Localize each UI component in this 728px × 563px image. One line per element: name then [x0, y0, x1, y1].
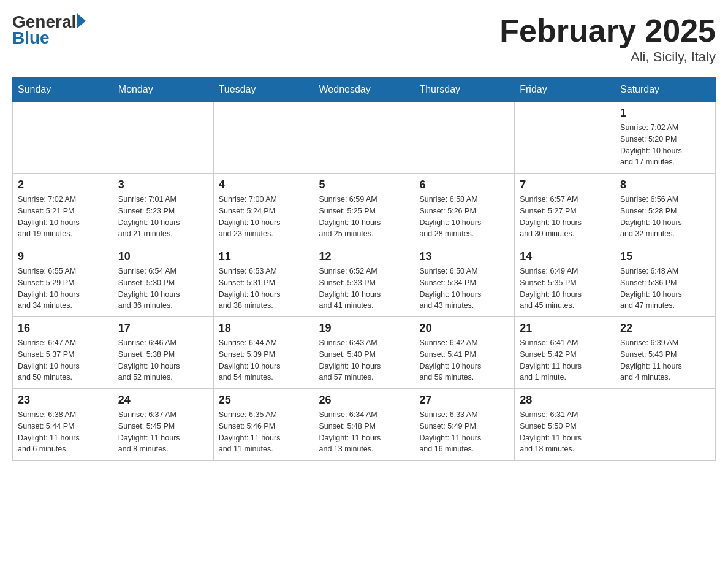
calendar-cell — [13, 102, 113, 174]
calendar-cell: 10Sunrise: 6:54 AM Sunset: 5:30 PM Dayli… — [113, 245, 213, 317]
day-info: Sunrise: 6:47 AM Sunset: 5:37 PM Dayligh… — [18, 337, 108, 383]
day-info: Sunrise: 6:53 AM Sunset: 5:31 PM Dayligh… — [219, 266, 309, 312]
day-number: 11 — [219, 250, 309, 263]
calendar-cell — [113, 102, 213, 174]
calendar-cell: 11Sunrise: 6:53 AM Sunset: 5:31 PM Dayli… — [213, 245, 314, 317]
calendar-cell: 20Sunrise: 6:42 AM Sunset: 5:41 PM Dayli… — [414, 317, 515, 389]
calendar-cell: 16Sunrise: 6:47 AM Sunset: 5:37 PM Dayli… — [13, 317, 113, 389]
calendar-cell: 26Sunrise: 6:34 AM Sunset: 5:48 PM Dayli… — [314, 389, 414, 461]
day-info: Sunrise: 6:56 AM Sunset: 5:28 PM Dayligh… — [620, 194, 710, 240]
day-number: 7 — [520, 178, 610, 191]
day-number: 23 — [18, 394, 108, 407]
day-info: Sunrise: 6:46 AM Sunset: 5:38 PM Dayligh… — [118, 337, 208, 383]
day-number: 4 — [219, 178, 309, 191]
day-info: Sunrise: 6:38 AM Sunset: 5:44 PM Dayligh… — [18, 409, 108, 455]
day-number: 21 — [520, 322, 610, 335]
day-info: Sunrise: 6:50 AM Sunset: 5:34 PM Dayligh… — [419, 266, 509, 312]
weekday-header-sunday: Sunday — [13, 78, 113, 102]
day-number: 2 — [18, 178, 108, 191]
day-number: 1 — [620, 107, 710, 120]
calendar-cell — [615, 389, 716, 461]
calendar-cell: 7Sunrise: 6:57 AM Sunset: 5:27 PM Daylig… — [515, 174, 615, 245]
day-info: Sunrise: 6:57 AM Sunset: 5:27 PM Dayligh… — [520, 194, 610, 240]
day-number: 17 — [118, 322, 208, 335]
calendar-cell: 27Sunrise: 6:33 AM Sunset: 5:49 PM Dayli… — [414, 389, 515, 461]
day-info: Sunrise: 6:41 AM Sunset: 5:42 PM Dayligh… — [520, 337, 610, 383]
calendar-week-row: 1Sunrise: 7:02 AM Sunset: 5:20 PM Daylig… — [13, 102, 716, 174]
calendar-cell: 3Sunrise: 7:01 AM Sunset: 5:23 PM Daylig… — [113, 174, 213, 245]
calendar-cell: 4Sunrise: 7:00 AM Sunset: 5:24 PM Daylig… — [213, 174, 314, 245]
logo-arrow-icon — [77, 13, 86, 28]
day-info: Sunrise: 6:31 AM Sunset: 5:50 PM Dayligh… — [520, 409, 610, 455]
logo: General Blue — [12, 12, 86, 48]
day-info: Sunrise: 6:42 AM Sunset: 5:41 PM Dayligh… — [419, 337, 509, 383]
weekday-header-friday: Friday — [515, 78, 615, 102]
day-info: Sunrise: 6:55 AM Sunset: 5:29 PM Dayligh… — [18, 266, 108, 312]
day-number: 13 — [419, 250, 509, 263]
day-number: 22 — [620, 322, 710, 335]
day-number: 12 — [319, 250, 409, 263]
day-number: 15 — [620, 250, 710, 263]
calendar-cell: 21Sunrise: 6:41 AM Sunset: 5:42 PM Dayli… — [515, 317, 615, 389]
calendar-cell: 13Sunrise: 6:50 AM Sunset: 5:34 PM Dayli… — [414, 245, 515, 317]
weekday-header-wednesday: Wednesday — [314, 78, 414, 102]
day-info: Sunrise: 6:44 AM Sunset: 5:39 PM Dayligh… — [219, 337, 309, 383]
location-title: Ali, Sicily, Italy — [499, 49, 716, 65]
day-info: Sunrise: 6:59 AM Sunset: 5:25 PM Dayligh… — [319, 194, 409, 240]
day-info: Sunrise: 6:35 AM Sunset: 5:46 PM Dayligh… — [219, 409, 309, 455]
weekday-header-thursday: Thursday — [414, 78, 515, 102]
day-number: 5 — [319, 178, 409, 191]
day-number: 14 — [520, 250, 610, 263]
calendar-cell: 24Sunrise: 6:37 AM Sunset: 5:45 PM Dayli… — [113, 389, 213, 461]
calendar-week-row: 2Sunrise: 7:02 AM Sunset: 5:21 PM Daylig… — [13, 174, 716, 245]
calendar-cell: 18Sunrise: 6:44 AM Sunset: 5:39 PM Dayli… — [213, 317, 314, 389]
day-number: 24 — [118, 394, 208, 407]
day-info: Sunrise: 7:02 AM Sunset: 5:21 PM Dayligh… — [18, 194, 108, 240]
day-number: 28 — [520, 394, 610, 407]
day-number: 16 — [18, 322, 108, 335]
calendar-cell — [213, 102, 314, 174]
calendar-cell: 28Sunrise: 6:31 AM Sunset: 5:50 PM Dayli… — [515, 389, 615, 461]
calendar-cell — [414, 102, 515, 174]
day-info: Sunrise: 7:00 AM Sunset: 5:24 PM Dayligh… — [219, 194, 309, 240]
day-number: 3 — [118, 178, 208, 191]
calendar-cell: 5Sunrise: 6:59 AM Sunset: 5:25 PM Daylig… — [314, 174, 414, 245]
calendar-cell: 12Sunrise: 6:52 AM Sunset: 5:33 PM Dayli… — [314, 245, 414, 317]
calendar-week-row: 23Sunrise: 6:38 AM Sunset: 5:44 PM Dayli… — [13, 389, 716, 461]
calendar-cell: 19Sunrise: 6:43 AM Sunset: 5:40 PM Dayli… — [314, 317, 414, 389]
calendar-cell: 22Sunrise: 6:39 AM Sunset: 5:43 PM Dayli… — [615, 317, 716, 389]
day-info: Sunrise: 6:48 AM Sunset: 5:36 PM Dayligh… — [620, 266, 710, 312]
day-info: Sunrise: 6:58 AM Sunset: 5:26 PM Dayligh… — [419, 194, 509, 240]
day-info: Sunrise: 7:01 AM Sunset: 5:23 PM Dayligh… — [118, 194, 208, 240]
day-info: Sunrise: 6:37 AM Sunset: 5:45 PM Dayligh… — [118, 409, 208, 455]
day-info: Sunrise: 6:39 AM Sunset: 5:43 PM Dayligh… — [620, 337, 710, 383]
calendar-week-row: 9Sunrise: 6:55 AM Sunset: 5:29 PM Daylig… — [13, 245, 716, 317]
day-info: Sunrise: 6:33 AM Sunset: 5:49 PM Dayligh… — [419, 409, 509, 455]
page-header: General Blue February 2025 Ali, Sicily, … — [12, 12, 716, 65]
calendar-cell: 9Sunrise: 6:55 AM Sunset: 5:29 PM Daylig… — [13, 245, 113, 317]
day-number: 26 — [319, 394, 409, 407]
calendar-cell: 17Sunrise: 6:46 AM Sunset: 5:38 PM Dayli… — [113, 317, 213, 389]
calendar-week-row: 16Sunrise: 6:47 AM Sunset: 5:37 PM Dayli… — [13, 317, 716, 389]
calendar-cell — [314, 102, 414, 174]
title-area: February 2025 Ali, Sicily, Italy — [499, 12, 716, 65]
calendar-cell: 1Sunrise: 7:02 AM Sunset: 5:20 PM Daylig… — [615, 102, 716, 174]
calendar-table: SundayMondayTuesdayWednesdayThursdayFrid… — [12, 77, 716, 461]
day-info: Sunrise: 6:54 AM Sunset: 5:30 PM Dayligh… — [118, 266, 208, 312]
month-title: February 2025 — [499, 12, 716, 49]
day-number: 6 — [419, 178, 509, 191]
calendar-cell: 15Sunrise: 6:48 AM Sunset: 5:36 PM Dayli… — [615, 245, 716, 317]
calendar-cell: 2Sunrise: 7:02 AM Sunset: 5:21 PM Daylig… — [13, 174, 113, 245]
day-number: 25 — [219, 394, 309, 407]
day-number: 9 — [18, 250, 108, 263]
day-info: Sunrise: 7:02 AM Sunset: 5:20 PM Dayligh… — [620, 122, 710, 168]
calendar-cell: 23Sunrise: 6:38 AM Sunset: 5:44 PM Dayli… — [13, 389, 113, 461]
day-info: Sunrise: 6:52 AM Sunset: 5:33 PM Dayligh… — [319, 266, 409, 312]
day-number: 19 — [319, 322, 409, 335]
weekday-header-tuesday: Tuesday — [213, 78, 314, 102]
logo-blue-text: Blue — [12, 28, 50, 48]
calendar-cell: 25Sunrise: 6:35 AM Sunset: 5:46 PM Dayli… — [213, 389, 314, 461]
weekday-header-monday: Monday — [113, 78, 213, 102]
day-number: 10 — [118, 250, 208, 263]
weekday-header-saturday: Saturday — [615, 78, 716, 102]
